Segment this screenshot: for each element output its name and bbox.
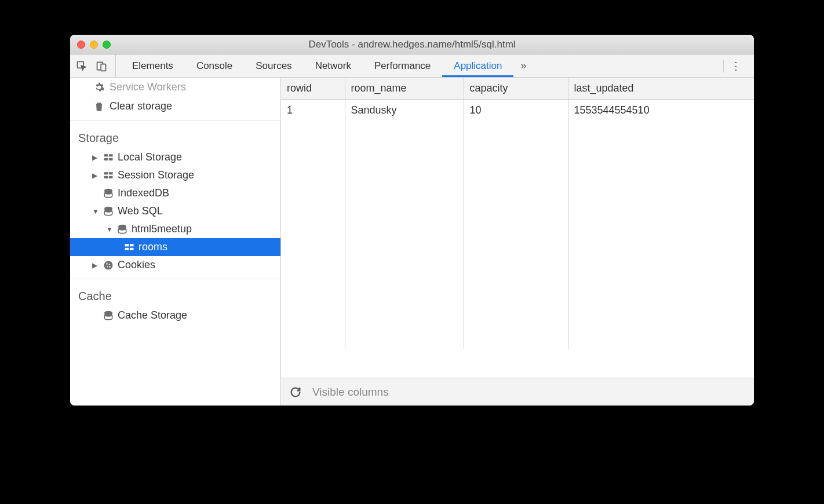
svg-rect-8 <box>109 172 113 174</box>
traffic-lights <box>77 41 111 49</box>
sidebar-group-cache: Cache <box>70 284 280 306</box>
svg-rect-2 <box>101 64 105 71</box>
cookie-icon <box>103 260 114 271</box>
svg-point-21 <box>107 266 108 267</box>
grid-icon <box>103 152 114 163</box>
kebab-menu-icon[interactable]: ⋮ <box>724 60 748 72</box>
main-panel: rowid room_name capacity last_updated 1 … <box>281 78 754 406</box>
sidebar-label: Cookies <box>118 259 155 271</box>
sidebar-label: Clear storage <box>110 100 172 112</box>
sidebar-item-service-workers[interactable]: Service Workers <box>70 78 280 97</box>
grid-icon <box>123 242 135 253</box>
tab-elements[interactable]: Elements <box>121 54 185 77</box>
data-table-wrap: rowid room_name capacity last_updated 1 … <box>281 78 754 378</box>
sidebar-label: Local Storage <box>118 151 182 163</box>
cell-value: 10 <box>470 104 562 116</box>
svg-rect-10 <box>109 176 113 178</box>
sidebar-item-indexeddb[interactable]: IndexedDB <box>70 184 280 202</box>
svg-rect-16 <box>125 247 129 250</box>
sidebar-label: Session Storage <box>118 169 194 181</box>
cell-value: Sandusky <box>351 104 458 116</box>
tab-console[interactable]: Console <box>185 54 244 77</box>
window-close-button[interactable] <box>77 41 85 49</box>
sidebar-item-rooms[interactable]: rooms <box>70 238 280 256</box>
column-header[interactable]: room_name <box>345 78 464 100</box>
database-icon <box>103 311 114 321</box>
svg-rect-7 <box>104 172 108 174</box>
grid-icon <box>103 170 114 181</box>
panel-tabs: Elements Console Sources Network Perform… <box>121 54 723 77</box>
gear-icon <box>93 82 105 93</box>
sidebar-label: IndexedDB <box>118 187 169 199</box>
sidebar-label: Service Workers <box>110 81 186 93</box>
sidebar-label: rooms <box>138 241 167 253</box>
window-minimize-button[interactable] <box>90 41 98 49</box>
chevron-right-icon: ▶ <box>92 154 99 162</box>
sidebar-item-session-storage[interactable]: ▶ Session Storage <box>70 166 280 184</box>
trash-icon <box>93 101 105 112</box>
sidebar-item-html5meetup[interactable]: ▼ html5meetup <box>70 220 280 238</box>
application-sidebar: Service Workers Clear storage Storage ▶ … <box>70 78 281 406</box>
table-header-row: rowid room_name capacity last_updated <box>281 78 754 100</box>
window-maximize-button[interactable] <box>103 41 111 49</box>
column-header[interactable]: capacity <box>464 78 568 100</box>
inspect-element-icon[interactable] <box>76 60 87 72</box>
sidebar-label: Web SQL <box>118 205 163 217</box>
cell-value: 1553544554510 <box>574 104 749 116</box>
svg-rect-3 <box>104 154 108 156</box>
table-footer: Visible columns <box>281 378 754 406</box>
tab-sources[interactable]: Sources <box>244 54 303 77</box>
sidebar-item-cookies[interactable]: ▶ Cookies <box>70 256 280 274</box>
tab-performance[interactable]: Performance <box>363 54 442 77</box>
svg-point-18 <box>104 261 113 269</box>
sidebar-divider <box>70 120 280 121</box>
sidebar-item-cache-storage[interactable]: Cache Storage <box>70 306 280 324</box>
svg-rect-4 <box>109 154 113 156</box>
visible-columns-label[interactable]: Visible columns <box>312 386 389 399</box>
sidebar-item-local-storage[interactable]: ▶ Local Storage <box>70 148 280 166</box>
window-title: DevTools - andrew.hedges.name/html5/sql.… <box>70 39 754 50</box>
svg-point-22 <box>109 266 111 268</box>
svg-rect-6 <box>109 158 113 160</box>
svg-rect-15 <box>130 244 134 246</box>
database-icon <box>103 206 114 217</box>
database-icon <box>116 224 128 235</box>
sidebar-group-storage: Storage <box>70 126 280 148</box>
database-icon <box>103 188 114 199</box>
column-header[interactable]: rowid <box>281 78 345 100</box>
svg-rect-17 <box>130 247 134 250</box>
column-header[interactable]: last_updated <box>568 78 754 100</box>
tabs-overflow-icon[interactable]: » <box>513 60 533 72</box>
tab-application[interactable]: Application <box>442 54 513 77</box>
sidebar-item-clear-storage[interactable]: Clear storage <box>70 97 280 116</box>
tab-network[interactable]: Network <box>304 54 363 77</box>
sidebar-item-websql[interactable]: ▼ Web SQL <box>70 202 280 220</box>
svg-rect-9 <box>104 176 108 178</box>
sidebar-label: html5meetup <box>132 223 192 235</box>
window-titlebar: DevTools - andrew.hedges.name/html5/sql.… <box>70 35 754 54</box>
device-toggle-icon[interactable] <box>96 60 107 72</box>
chevron-right-icon: ▶ <box>92 261 99 269</box>
devtools-window: DevTools - andrew.hedges.name/html5/sql.… <box>70 35 754 406</box>
devtools-toolbar: Elements Console Sources Network Perform… <box>70 54 754 78</box>
sidebar-label: Cache Storage <box>118 309 187 322</box>
chevron-down-icon: ▼ <box>92 207 99 216</box>
chevron-right-icon: ▶ <box>92 171 99 180</box>
chevron-down-icon: ▼ <box>106 225 113 233</box>
data-table: rowid room_name capacity last_updated 1 … <box>281 78 754 349</box>
svg-rect-5 <box>104 158 108 160</box>
refresh-icon[interactable] <box>289 386 302 399</box>
svg-point-20 <box>109 264 110 265</box>
svg-rect-14 <box>125 244 129 246</box>
cell-value: 1 <box>287 104 339 116</box>
sidebar-divider <box>70 279 280 279</box>
table-row[interactable]: 1 Sandusky 10 1553544554510 <box>281 100 754 349</box>
svg-point-19 <box>106 263 108 265</box>
